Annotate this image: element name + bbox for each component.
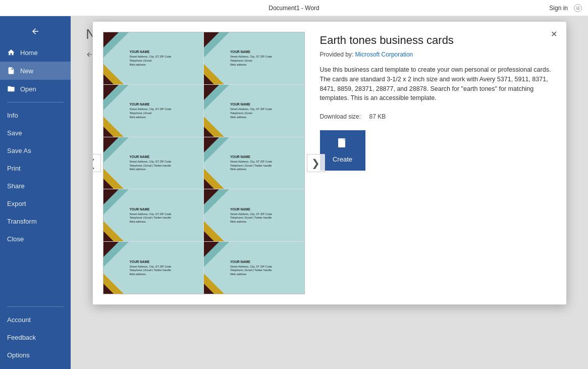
decor-dark-top [103, 32, 119, 47]
business-card: YOUR NAME Street Address, City, ST ZIP C… [103, 137, 204, 189]
sidebar-item-open[interactable]: Open [0, 80, 71, 98]
card-text: YOUR NAME Street Address, City, ST ZIP C… [130, 207, 172, 224]
template-preview: YOUR NAME Street Address, City, ST ZIP C… [103, 32, 305, 294]
create-button[interactable]: Create [320, 130, 365, 171]
card-contact: Telephone | Email | Twitter handle [230, 164, 272, 168]
modal-description: Use this business card template to creat… [320, 65, 556, 103]
card-text: YOUR NAME Street Address, City, ST ZIP C… [130, 49, 172, 67]
card-name: YOUR NAME [230, 102, 272, 107]
decor-dark-top [204, 137, 219, 152]
card-row: YOUR NAME Street Address, City, ST ZIP C… [103, 242, 304, 294]
next-arrow[interactable]: ❯ [307, 154, 325, 172]
export-label: Export [7, 200, 26, 207]
modal-template-title: Earth tones business cards [320, 34, 556, 47]
card-web: Web address [130, 116, 172, 120]
decor-dark-top [204, 32, 219, 47]
card-text: YOUR NAME Street Address, City, ST ZIP C… [230, 102, 272, 119]
card-web: Web address [230, 168, 272, 172]
business-card: YOUR NAME Street Address, City, ST ZIP C… [103, 242, 204, 294]
title-bar: Document1 - Word Sign in ☺ [0, 0, 588, 16]
print-label: Print [7, 165, 21, 172]
sidebar-item-transform[interactable]: Transform [0, 213, 71, 230]
sidebar-item-account[interactable]: Account [0, 311, 71, 329]
card-contact: Telephone | Email | Twitter handle [130, 269, 172, 273]
sidebar-item-home[interactable]: Home [0, 43, 71, 62]
sidebar-item-save[interactable]: Save [0, 124, 71, 142]
card-web: Web address [230, 63, 272, 67]
preview-container: ❮ YOUR NAME [103, 32, 305, 294]
decor-dark-bottom [204, 179, 214, 189]
card-name: YOUR NAME [130, 154, 172, 159]
provided-by: Provided by: Microsoft Corporation [320, 51, 556, 58]
card-address: Street Address, City, ST ZIP Code [230, 108, 272, 112]
provider-link[interactable]: Microsoft Corporation [355, 51, 413, 58]
card-name: YOUR NAME [130, 207, 172, 212]
card-web: Web address [130, 168, 172, 172]
card-address: Street Address, City, ST ZIP Code [230, 265, 272, 269]
business-card: YOUR NAME Street Address, City, ST ZIP C… [204, 85, 304, 137]
card-web: Web address [230, 220, 272, 224]
options-label: Options [7, 351, 30, 359]
business-card: YOUR NAME Street Address, City, ST ZIP C… [103, 189, 204, 241]
sidebar-item-print[interactable]: Print [0, 160, 71, 177]
card-name: YOUR NAME [230, 154, 272, 159]
card-row: YOUR NAME Street Address, City, ST ZIP C… [103, 32, 304, 85]
open-label: Open [20, 85, 36, 93]
sidebar-item-new[interactable]: New [0, 62, 71, 80]
card-contact: Telephone | Email | Twitter handle [230, 216, 272, 220]
card-contact: Telephone | Email | Twitter handle [130, 216, 172, 220]
sidebar-item-close[interactable]: Close [0, 230, 71, 248]
card-contact: Telephone | Email [130, 59, 172, 63]
card-name: YOUR NAME [130, 102, 172, 107]
card-row: YOUR NAME Street Address, City, ST ZIP C… [103, 137, 304, 190]
decor-dark-bottom [103, 179, 114, 189]
sign-in-button[interactable]: Sign in [549, 5, 568, 12]
feedback-label: Feedback [7, 334, 36, 341]
sidebar: Home New Open Info Save Save As Print [0, 16, 71, 369]
sidebar-item-feedback[interactable]: Feedback [0, 329, 71, 346]
card-name: YOUR NAME [130, 259, 172, 264]
sidebar-item-share[interactable]: Share [0, 177, 71, 195]
card-web: Web address [130, 273, 172, 277]
card-web: Web address [230, 116, 272, 120]
divider-2 [7, 306, 64, 307]
business-card: YOUR NAME Street Address, City, ST ZIP C… [103, 32, 204, 84]
account-icon[interactable]: ☺ [574, 4, 582, 12]
card-address: Street Address, City, ST ZIP Code [130, 160, 172, 164]
previous-arrow[interactable]: ❮ [93, 154, 101, 172]
decor-dark-bottom [103, 284, 114, 294]
business-card: YOUR NAME Street Address, City, ST ZIP C… [204, 242, 304, 294]
sidebar-item-options[interactable]: Options [0, 346, 71, 364]
card-web: Web address [130, 220, 172, 224]
sidebar-item-save-as[interactable]: Save As [0, 142, 71, 160]
sidebar-item-info[interactable]: Info [0, 107, 71, 124]
decor-dark-top [204, 242, 219, 257]
card-contact: Telephone | Email [130, 112, 172, 116]
card-name: YOUR NAME [230, 207, 272, 212]
modal-info-panel: Earth tones business cards Provided by: … [320, 32, 556, 294]
save-label: Save [7, 129, 22, 137]
card-text: YOUR NAME Street Address, City, ST ZIP C… [230, 259, 272, 277]
decor-dark-bottom [204, 74, 214, 84]
card-web: Web address [230, 273, 272, 277]
decor-dark-top [204, 85, 219, 100]
app-title: Document1 - Word [269, 5, 319, 12]
card-address: Street Address, City, ST ZIP Code [230, 213, 272, 217]
sidebar-item-export[interactable]: Export [0, 195, 71, 213]
info-label: Info [7, 112, 18, 119]
back-button[interactable] [25, 21, 45, 41]
modal-overlay: ✕ ❮ [71, 16, 588, 369]
decor-dark-bottom [204, 127, 214, 137]
transform-label: Transform [7, 218, 37, 225]
business-card: YOUR NAME Street Address, City, ST ZIP C… [204, 189, 304, 241]
card-contact: Telephone | Email | Twitter handle [130, 164, 172, 168]
decor-dark-top [204, 189, 219, 204]
card-text: YOUR NAME Street Address, City, ST ZIP C… [230, 49, 272, 67]
decor-dark-bottom [103, 231, 114, 241]
decor-dark-bottom [103, 127, 114, 137]
modal-close-button[interactable]: ✕ [547, 27, 561, 41]
content-area: New Ba... ✕ ❮ [71, 16, 588, 369]
decor-dark-top [103, 242, 119, 257]
card-text: YOUR NAME Street Address, City, ST ZIP C… [230, 207, 272, 224]
card-name: YOUR NAME [230, 259, 272, 264]
